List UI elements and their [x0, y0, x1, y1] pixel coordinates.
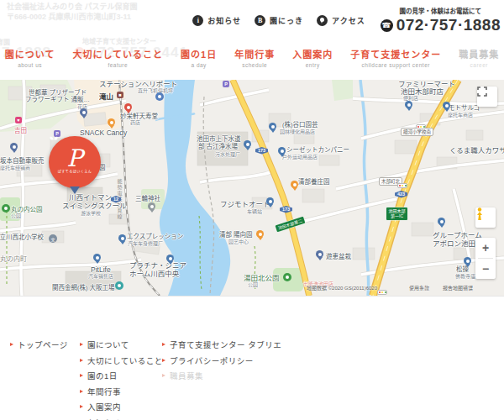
zoom-in-button[interactable]: +: [475, 238, 496, 258]
nav-childcare-support[interactable]: 子育て支援センター childcare support center: [350, 47, 441, 68]
map-label-platina-2[interactable]: ホーム川西中央: [129, 270, 179, 279]
phone-number[interactable]: 072·757·1888: [396, 16, 501, 34]
footer-link-a-day[interactable]: 園の1日: [80, 370, 163, 381]
platina-pin-icon[interactable]: [166, 255, 174, 262]
pastel-nursery-marker[interactable]: P ぱすてるほいくえん: [49, 136, 101, 188]
map-label-taniguchi[interactable]: (株)谷口園芸: [282, 122, 318, 129]
header-quick-links: i お知らせ B 園にっき アクセス 園の見学・体験はお電話にて ☎ 072·7…: [192, 6, 501, 34]
fullscreen-button[interactable]: [477, 87, 497, 107]
zoom-out-button[interactable]: −: [475, 259, 496, 279]
map-label-yoshida[interactable]: 吉田: [14, 128, 27, 135]
taniguchi-pin-icon[interactable]: [269, 123, 276, 130]
map-sublabel-heliport: 直升飞机停机坪: [138, 88, 173, 94]
map-label-sakamoto[interactable]: 坂本自動車販売: [0, 158, 45, 165]
footer-link-entry[interactable]: 入園案内: [80, 402, 163, 412]
arrow-bullet-icon: [162, 374, 165, 377]
map-label-snack-candy[interactable]: SNACK Candy: [80, 129, 127, 138]
garden-center-pin-icon[interactable]: [256, 230, 264, 238]
pegman-button[interactable]: [475, 207, 496, 228]
arrow-bullet-icon: [80, 374, 83, 377]
footer-link-career[interactable]: 職員募集: [162, 370, 281, 381]
waterworks-pin-icon[interactable]: [244, 140, 251, 148]
access-link[interactable]: アクセス: [317, 15, 365, 26]
group-home-pin-icon[interactable]: [438, 218, 445, 225]
parking-icon-2[interactable]: P: [223, 81, 229, 87]
map-label-seibu-yoshoen[interactable]: 清部養庄園: [298, 179, 330, 186]
map-label-miwa-jinja[interactable]: 三輪神社: [135, 196, 160, 203]
nav-career[interactable]: 職員募集 career: [459, 47, 499, 68]
map-label-seibu-hinata[interactable]: 清部 陽向園: [219, 232, 253, 239]
seezet-pin-icon[interactable]: [278, 147, 286, 155]
florist-pin-icon[interactable]: [80, 108, 87, 116]
map-sublabel-yudakita-park: 公园: [248, 282, 258, 288]
pitlife-pin-icon[interactable]: [93, 254, 101, 261]
familymart-pin-icon[interactable]: [405, 101, 412, 108]
fullscreen-icon: [477, 87, 487, 97]
map-label-kuruma[interactable]: くるま職人カワサキ: [449, 147, 504, 155]
location-pin-icon: [317, 15, 328, 26]
motosarugo-pin-icon[interactable]: [443, 102, 450, 109]
factory-pin-icon[interactable]: [115, 281, 123, 290]
footer-link-news[interactable]: お知らせ: [80, 417, 163, 420]
footer-column-3: 子育て支援センター タブリエ プライバシーポリシー 職員募集: [162, 339, 281, 386]
map-label-setoka-2[interactable]: フラワーギフト 通販…: [25, 97, 90, 104]
map-label-kansai-kanaami[interactable]: 関西金網(株) 大阪工場: [52, 285, 115, 292]
map-label-motosarugo[interactable]: モトサルゴ: [449, 105, 480, 113]
yudakita-park-pin-icon[interactable]: [283, 273, 291, 281]
diary-link[interactable]: B 園にっき: [255, 15, 303, 26]
footer-link-about[interactable]: 園について: [80, 339, 163, 349]
footer: トップページ 園について 大切にしていること 園の1日 年間行事 入園案内 お知…: [0, 297, 504, 420]
traffic-light-icon: [377, 290, 387, 295]
map-label-josuijo-2[interactable]: 部 古江浄水場: [198, 144, 238, 151]
yoshida-lodging-icon[interactable]: ♥: [15, 117, 22, 123]
map-sublabel-marunouchi-park: 公园: [11, 213, 21, 219]
bonsai-pin-icon[interactable]: [316, 250, 323, 258]
train-station-icon[interactable]: ■: [117, 92, 123, 98]
park-pin-icon[interactable]: [2, 204, 10, 213]
pegman-icon: [475, 207, 484, 221]
zoom-control: + −: [475, 238, 496, 279]
report-error-link[interactable]: 报告地图错误: [443, 284, 473, 291]
faded-address: 〒666-0002 兵庫県川西市滝山町3-11: [7, 11, 131, 22]
nav-about[interactable]: 園について about us: [5, 47, 55, 68]
shrine-pin-icon[interactable]: [148, 202, 155, 210]
traffic-light-icon: [416, 124, 426, 129]
arrow-bullet-icon: [80, 405, 83, 408]
nav-entry[interactable]: 入園案内 entry: [292, 47, 333, 68]
map-label-seezet[interactable]: シーゼットカンパニー: [286, 147, 349, 155]
map-label-itoman-2[interactable]: スイミングスクール: [62, 202, 127, 211]
heliport-icon[interactable]: ✈: [155, 92, 164, 101]
google-map[interactable]: ステーションヘリポート 直升飞机停机坪 世都華 プリザーブド フラワーギフト 通…: [0, 80, 504, 297]
nav-a-day[interactable]: 園の1日 a day: [181, 47, 217, 68]
school-icon[interactable]: 文: [49, 234, 57, 243]
nav-schedule[interactable]: 年間行事 schedule: [234, 47, 275, 68]
map-label-kawanishi-kita-es[interactable]: 市立川西北小学校: [0, 234, 44, 242]
footer-link-feature[interactable]: 大切にしていること: [80, 355, 163, 365]
expression-pin-icon[interactable]: [118, 234, 126, 242]
footer-link-top[interactable]: トップページ: [10, 339, 68, 349]
footer-column-2: 園について 大切にしていること 園の1日 年間行事 入園案内 お知らせ: [80, 339, 163, 420]
arrow-bullet-icon: [162, 343, 165, 346]
diary-label: 園にっき: [270, 15, 303, 26]
temple-pin-icon[interactable]: [464, 257, 471, 265]
snack-pin-icon[interactable]: [108, 118, 115, 126]
map-sublabel-fujimoto: 车辆站: [247, 209, 262, 215]
footer-link-childcare-support[interactable]: 子育て支援センター タブリエ: [162, 339, 281, 349]
news-link[interactable]: i お知らせ: [192, 15, 241, 26]
seibu-yoshoen-pin-icon[interactable]: [291, 181, 298, 188]
pharmacy-pin-icon[interactable]: [124, 103, 132, 111]
map-label-takiyama-station[interactable]: 滝山: [99, 93, 113, 102]
footer-link-schedule[interactable]: 年間行事: [80, 386, 163, 396]
main-nav: 園について about us 大切にしていること feature 園の1日 a …: [0, 47, 504, 68]
map-label-yukei-bonsai[interactable]: 遊恵盆栽: [326, 254, 351, 261]
terms-link[interactable]: 使用条款: [409, 284, 429, 291]
map-data-credit: 地图数据 ©2020 GS(2011)6020: [307, 284, 377, 291]
nav-feature[interactable]: 大切にしていること feature: [72, 47, 163, 68]
sakamoto-pin-icon[interactable]: [10, 143, 18, 150]
map-sublabel-motosarugo: 摩托车商店: [448, 113, 473, 118]
map-label-group-home-2[interactable]: アポロン池田: [433, 240, 475, 249]
map-label-fujimoto[interactable]: フジモトオート: [220, 201, 270, 209]
fujimoto-pin-icon[interactable]: [266, 197, 274, 205]
map-label-expression[interactable]: エクスプレッション: [127, 234, 183, 241]
footer-link-privacy-policy[interactable]: プライバシーポリシー: [162, 355, 281, 365]
